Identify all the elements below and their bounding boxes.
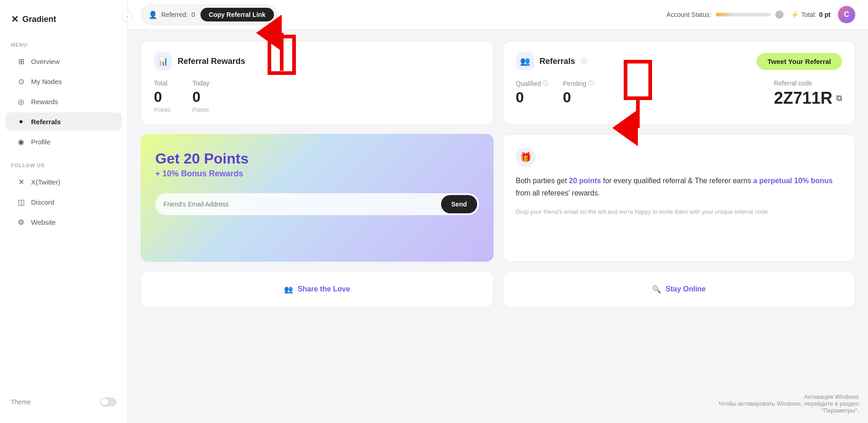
friends-email-input[interactable] [155, 193, 439, 215]
referred-badge: 👤 Referred: 0 [148, 11, 195, 19]
send-button[interactable]: Send [441, 195, 477, 213]
stay-online-icon: 🔍 [652, 285, 661, 294]
share-love-label[interactable]: Share the Love [298, 285, 350, 293]
status-dot [775, 11, 784, 19]
total-metric: Total 0 Points [154, 79, 170, 113]
sidebar-item-discord[interactable]: ◫ Discord [5, 193, 122, 211]
referral-rewards-icon: 📊 [154, 52, 172, 70]
total-points: ⚡ Total: 0 pt [791, 11, 831, 18]
account-status-label: Account Status: [667, 11, 711, 18]
sidebar-collapse-button[interactable]: ‹ [122, 11, 133, 22]
tweet-your-referral-button[interactable]: Tweet Your Referral [757, 53, 842, 70]
total-metric-unit: Points [154, 106, 170, 113]
today-metric: Today 0 Points [192, 79, 209, 113]
follow-section-label: FOLLOW US [0, 163, 127, 172]
qualified-value: 0 [516, 89, 548, 106]
pending-info-icon[interactable]: ⓘ [588, 79, 594, 87]
referral-rewards-title: Referral Rewards [178, 57, 245, 66]
sidebar-item-my-nodes-label: My Nodes [31, 78, 62, 85]
sidebar-item-rewards-label: Rewards [31, 98, 58, 106]
sidebar-item-website-label: Website [31, 218, 56, 226]
app-name: Gradient [22, 15, 56, 24]
total-metric-value: 0 [154, 89, 170, 106]
logo-icon: ✕ [11, 14, 19, 25]
referrals-card-left: 👥 Referrals ⓘ [516, 52, 587, 70]
activation-line1: Активация Windows [719, 393, 859, 400]
total-metric-label: Total [154, 79, 170, 87]
gift-icon-circle: 🎁 [516, 147, 536, 167]
today-metric-value: 0 [192, 89, 209, 106]
discord-icon: ◫ [16, 197, 26, 206]
sidebar-bottom: Theme [0, 390, 127, 414]
share-love-card[interactable]: 👥 Share the Love [141, 271, 494, 307]
info-text-part2: for every qualified referral & The refer… [601, 177, 753, 185]
sidebar-item-overview[interactable]: ⊞ Overview [5, 52, 122, 70]
theme-row: Theme [11, 397, 116, 407]
referrals-card: 👥 Referrals ⓘ Tweet Your Referral Qualif… [503, 41, 856, 125]
sidebar-item-rewards[interactable]: ◎ Rewards [5, 92, 122, 111]
profile-icon: ◉ [16, 137, 26, 146]
stay-online-card[interactable]: 🔍 Stay Online [503, 271, 856, 307]
referrals-icon-circle: 👥 [516, 52, 534, 70]
stay-online-label[interactable]: Stay Online [666, 285, 706, 293]
today-metric-label: Today [192, 79, 209, 87]
share-love-icon: 👥 [284, 285, 293, 294]
menu-section-label: MENU [0, 42, 127, 51]
sidebar-item-overview-label: Overview [31, 58, 60, 65]
info-subtext: Drop your friend's email on the left and… [516, 208, 842, 215]
toggle-knob [101, 398, 108, 406]
copy-code-icon[interactable]: ⧉ [836, 94, 842, 103]
promo-title: Get 20 Points [155, 150, 479, 167]
theme-toggle[interactable] [100, 397, 116, 407]
my-nodes-icon: ⊙ [16, 77, 26, 86]
referred-count: 0 [191, 11, 195, 18]
sidebar-item-profile[interactable]: ◉ Profile [5, 132, 122, 151]
pending-label: Pending ⓘ [563, 79, 594, 87]
person-icon: 👤 [148, 11, 158, 19]
info-card: 🎁 Both parties get 20 points for every q… [503, 134, 856, 262]
sidebar-item-website[interactable]: ⚙ Website [5, 213, 122, 231]
qualified-label: Qualified ⓘ [516, 79, 548, 87]
referrals-card-header: 👥 Referrals ⓘ Tweet Your Referral [516, 52, 842, 70]
copy-referral-link-button[interactable]: Copy Referral Link [200, 8, 274, 21]
lightning-icon: ⚡ [791, 11, 799, 18]
twitter-icon: ✕ [16, 177, 26, 186]
account-status-area: Account Status: [667, 11, 784, 19]
activation-line3: "Параметры". [719, 407, 859, 414]
promo-subtitle: + 10% Bonus Rewards [155, 169, 479, 179]
referrals-icon: ● [16, 117, 26, 126]
info-text: Both parties get 20 points for every qua… [516, 174, 842, 199]
sidebar-item-profile-label: Profile [31, 138, 51, 146]
top-cards-row: 📊 Referral Rewards Total 0 Points Today … [141, 41, 855, 125]
sidebar-item-referrals-label: Referrals [31, 118, 61, 126]
referral-rewards-card: 📊 Referral Rewards Total 0 Points Today … [141, 41, 494, 125]
promo-card: Get 20 Points + 10% Bonus Rewards Send [141, 134, 494, 262]
activation-line2: Чтобы активировать Windows, перейдите в … [719, 400, 859, 407]
info-highlight-bonus: a perpetual 10% bonus [753, 177, 832, 185]
sidebar-item-my-nodes[interactable]: ⊙ My Nodes [5, 72, 122, 90]
referrals-title: Referrals [540, 57, 575, 66]
email-form: Send [155, 193, 479, 215]
referrals-info-icon[interactable]: ⓘ [581, 57, 587, 65]
overview-icon: ⊞ [16, 57, 26, 66]
sidebar-item-referrals[interactable]: ● Referrals [5, 112, 122, 131]
promo-row: Get 20 Points + 10% Bonus Rewards Send 🎁… [141, 134, 855, 262]
total-label: Total: [801, 11, 816, 18]
status-bar-track [716, 13, 771, 16]
referral-link-area: 👤 Referred: 0 Copy Referral Link [141, 5, 277, 25]
today-metric-unit: Points [192, 106, 209, 113]
qualified-info-icon[interactable]: ⓘ [543, 79, 548, 87]
main-content: 👤 Referred: 0 Copy Referral Link Account… [128, 0, 868, 423]
app-logo: ✕ Gradient [0, 9, 127, 38]
sidebar-item-twitter[interactable]: ✕ X(Twitter) [5, 173, 122, 191]
info-highlight-points: 20 points [569, 177, 601, 185]
pending-metric: Pending ⓘ 0 [563, 79, 594, 106]
info-text-part3: from all referees' rewards. [516, 189, 600, 197]
sidebar-item-twitter-label: X(Twitter) [31, 178, 60, 186]
sidebar: ✕ Gradient ‹ MENU ⊞ Overview ⊙ My Nodes … [0, 0, 128, 423]
referred-label: Referred: [161, 11, 188, 18]
referral-code-label: Referral code [774, 79, 842, 87]
referral-rewards-metrics: Total 0 Points Today 0 Points [154, 79, 480, 113]
avatar[interactable]: C [838, 6, 855, 23]
referral-rewards-card-header: 📊 Referral Rewards [154, 52, 480, 70]
